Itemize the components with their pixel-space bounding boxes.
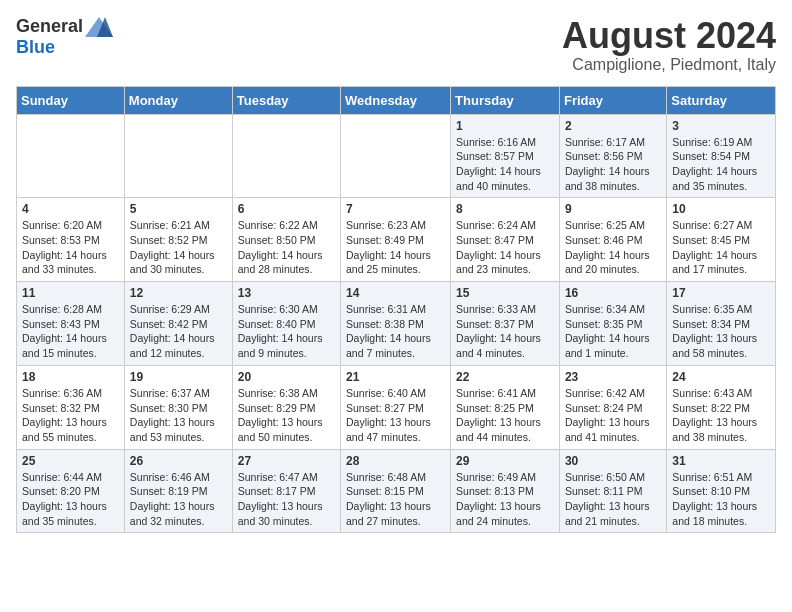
day-info: Sunrise: 6:35 AM Sunset: 8:34 PM Dayligh… [672,302,770,361]
calendar-week-row: 4Sunrise: 6:20 AM Sunset: 8:53 PM Daylig… [17,198,776,282]
calendar-cell: 3Sunrise: 6:19 AM Sunset: 8:54 PM Daylig… [667,114,776,198]
page-header: General Blue August 2024 Campiglione, Pi… [16,16,776,74]
calendar-cell: 21Sunrise: 6:40 AM Sunset: 8:27 PM Dayli… [341,365,451,449]
day-header-sunday: Sunday [17,86,125,114]
calendar-cell: 15Sunrise: 6:33 AM Sunset: 8:37 PM Dayli… [451,282,560,366]
calendar-cell: 28Sunrise: 6:48 AM Sunset: 8:15 PM Dayli… [341,449,451,533]
day-number: 21 [346,370,445,384]
day-header-saturday: Saturday [667,86,776,114]
day-header-friday: Friday [559,86,666,114]
day-info: Sunrise: 6:16 AM Sunset: 8:57 PM Dayligh… [456,135,554,194]
calendar-header-row: SundayMondayTuesdayWednesdayThursdayFrid… [17,86,776,114]
calendar-cell: 24Sunrise: 6:43 AM Sunset: 8:22 PM Dayli… [667,365,776,449]
calendar-cell: 14Sunrise: 6:31 AM Sunset: 8:38 PM Dayli… [341,282,451,366]
day-info: Sunrise: 6:47 AM Sunset: 8:17 PM Dayligh… [238,470,335,529]
calendar-cell: 1Sunrise: 6:16 AM Sunset: 8:57 PM Daylig… [451,114,560,198]
day-number: 22 [456,370,554,384]
calendar-cell: 10Sunrise: 6:27 AM Sunset: 8:45 PM Dayli… [667,198,776,282]
calendar-cell: 27Sunrise: 6:47 AM Sunset: 8:17 PM Dayli… [232,449,340,533]
day-info: Sunrise: 6:42 AM Sunset: 8:24 PM Dayligh… [565,386,661,445]
day-number: 4 [22,202,119,216]
day-number: 28 [346,454,445,468]
day-number: 29 [456,454,554,468]
day-number: 12 [130,286,227,300]
calendar-cell: 20Sunrise: 6:38 AM Sunset: 8:29 PM Dayli… [232,365,340,449]
day-info: Sunrise: 6:27 AM Sunset: 8:45 PM Dayligh… [672,218,770,277]
day-info: Sunrise: 6:25 AM Sunset: 8:46 PM Dayligh… [565,218,661,277]
day-info: Sunrise: 6:28 AM Sunset: 8:43 PM Dayligh… [22,302,119,361]
day-info: Sunrise: 6:31 AM Sunset: 8:38 PM Dayligh… [346,302,445,361]
day-info: Sunrise: 6:40 AM Sunset: 8:27 PM Dayligh… [346,386,445,445]
day-number: 2 [565,119,661,133]
day-info: Sunrise: 6:24 AM Sunset: 8:47 PM Dayligh… [456,218,554,277]
calendar-week-row: 1Sunrise: 6:16 AM Sunset: 8:57 PM Daylig… [17,114,776,198]
calendar-cell: 22Sunrise: 6:41 AM Sunset: 8:25 PM Dayli… [451,365,560,449]
day-header-thursday: Thursday [451,86,560,114]
calendar-cell: 4Sunrise: 6:20 AM Sunset: 8:53 PM Daylig… [17,198,125,282]
calendar-table: SundayMondayTuesdayWednesdayThursdayFrid… [16,86,776,534]
day-info: Sunrise: 6:46 AM Sunset: 8:19 PM Dayligh… [130,470,227,529]
calendar-cell: 23Sunrise: 6:42 AM Sunset: 8:24 PM Dayli… [559,365,666,449]
calendar-cell: 17Sunrise: 6:35 AM Sunset: 8:34 PM Dayli… [667,282,776,366]
day-header-wednesday: Wednesday [341,86,451,114]
calendar-cell: 18Sunrise: 6:36 AM Sunset: 8:32 PM Dayli… [17,365,125,449]
calendar-cell: 2Sunrise: 6:17 AM Sunset: 8:56 PM Daylig… [559,114,666,198]
day-number: 14 [346,286,445,300]
day-number: 16 [565,286,661,300]
day-info: Sunrise: 6:49 AM Sunset: 8:13 PM Dayligh… [456,470,554,529]
day-info: Sunrise: 6:43 AM Sunset: 8:22 PM Dayligh… [672,386,770,445]
day-info: Sunrise: 6:38 AM Sunset: 8:29 PM Dayligh… [238,386,335,445]
calendar-cell: 8Sunrise: 6:24 AM Sunset: 8:47 PM Daylig… [451,198,560,282]
month-title: August 2024 [562,16,776,56]
day-number: 18 [22,370,119,384]
calendar-cell: 26Sunrise: 6:46 AM Sunset: 8:19 PM Dayli… [124,449,232,533]
day-number: 27 [238,454,335,468]
day-header-monday: Monday [124,86,232,114]
day-info: Sunrise: 6:20 AM Sunset: 8:53 PM Dayligh… [22,218,119,277]
day-number: 25 [22,454,119,468]
calendar-cell: 31Sunrise: 6:51 AM Sunset: 8:10 PM Dayli… [667,449,776,533]
calendar-week-row: 11Sunrise: 6:28 AM Sunset: 8:43 PM Dayli… [17,282,776,366]
day-number: 15 [456,286,554,300]
day-number: 31 [672,454,770,468]
day-number: 6 [238,202,335,216]
day-info: Sunrise: 6:30 AM Sunset: 8:40 PM Dayligh… [238,302,335,361]
day-number: 3 [672,119,770,133]
calendar-cell: 11Sunrise: 6:28 AM Sunset: 8:43 PM Dayli… [17,282,125,366]
calendar-cell: 29Sunrise: 6:49 AM Sunset: 8:13 PM Dayli… [451,449,560,533]
day-number: 9 [565,202,661,216]
day-number: 24 [672,370,770,384]
calendar-cell: 7Sunrise: 6:23 AM Sunset: 8:49 PM Daylig… [341,198,451,282]
calendar-cell [17,114,125,198]
day-number: 19 [130,370,227,384]
day-number: 30 [565,454,661,468]
calendar-cell: 19Sunrise: 6:37 AM Sunset: 8:30 PM Dayli… [124,365,232,449]
day-info: Sunrise: 6:50 AM Sunset: 8:11 PM Dayligh… [565,470,661,529]
day-info: Sunrise: 6:33 AM Sunset: 8:37 PM Dayligh… [456,302,554,361]
calendar-cell: 12Sunrise: 6:29 AM Sunset: 8:42 PM Dayli… [124,282,232,366]
day-number: 8 [456,202,554,216]
calendar-week-row: 18Sunrise: 6:36 AM Sunset: 8:32 PM Dayli… [17,365,776,449]
day-info: Sunrise: 6:22 AM Sunset: 8:50 PM Dayligh… [238,218,335,277]
day-info: Sunrise: 6:29 AM Sunset: 8:42 PM Dayligh… [130,302,227,361]
calendar-cell: 16Sunrise: 6:34 AM Sunset: 8:35 PM Dayli… [559,282,666,366]
day-info: Sunrise: 6:23 AM Sunset: 8:49 PM Dayligh… [346,218,445,277]
day-number: 20 [238,370,335,384]
day-info: Sunrise: 6:41 AM Sunset: 8:25 PM Dayligh… [456,386,554,445]
day-info: Sunrise: 6:19 AM Sunset: 8:54 PM Dayligh… [672,135,770,194]
day-info: Sunrise: 6:37 AM Sunset: 8:30 PM Dayligh… [130,386,227,445]
logo-icon [85,17,113,37]
calendar-cell [232,114,340,198]
title-block: August 2024 Campiglione, Piedmont, Italy [562,16,776,74]
day-number: 17 [672,286,770,300]
calendar-cell: 6Sunrise: 6:22 AM Sunset: 8:50 PM Daylig… [232,198,340,282]
day-info: Sunrise: 6:51 AM Sunset: 8:10 PM Dayligh… [672,470,770,529]
day-info: Sunrise: 6:36 AM Sunset: 8:32 PM Dayligh… [22,386,119,445]
day-number: 1 [456,119,554,133]
logo-general-text: General [16,16,83,37]
calendar-cell: 9Sunrise: 6:25 AM Sunset: 8:46 PM Daylig… [559,198,666,282]
day-number: 23 [565,370,661,384]
day-info: Sunrise: 6:48 AM Sunset: 8:15 PM Dayligh… [346,470,445,529]
day-info: Sunrise: 6:21 AM Sunset: 8:52 PM Dayligh… [130,218,227,277]
calendar-cell: 13Sunrise: 6:30 AM Sunset: 8:40 PM Dayli… [232,282,340,366]
